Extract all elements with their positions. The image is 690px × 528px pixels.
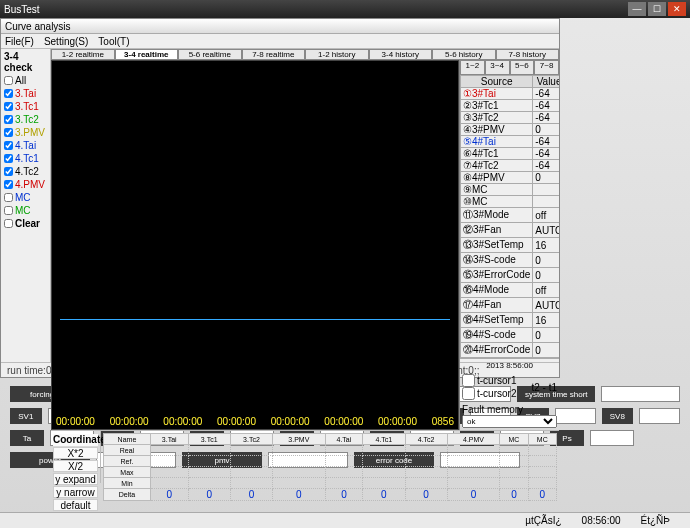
tab-7-8-history[interactable]: 7-8 history	[496, 49, 560, 59]
field-Ps[interactable]	[590, 430, 634, 446]
range-btn-3~4[interactable]: 3~4	[485, 60, 510, 75]
source-cell: ②3#Tc1	[461, 100, 533, 112]
coord-X-2[interactable]: X/2	[53, 460, 98, 472]
source-cell: 0	[533, 343, 559, 358]
check-3-Tai[interactable]: 3.Tai	[4, 88, 47, 99]
grid-cell	[405, 456, 447, 467]
source-cell: 0	[533, 253, 559, 268]
source-cell: 0	[533, 268, 559, 283]
menu-setting[interactable]: Setting(S)	[44, 36, 88, 47]
grid-cell: 0	[500, 489, 528, 501]
source-cell: ⑮3#ErrorCode	[461, 268, 533, 283]
source-cell: 0	[533, 124, 559, 136]
grid-cell: Ref.	[104, 456, 151, 467]
curve-analysis-dialog: Curve analysis File(F) Setting(S) Tool(T…	[0, 18, 560, 378]
source-cell: AUTO	[533, 298, 559, 313]
source-cell: -64	[533, 100, 559, 112]
grid-cell: 4.Tai	[325, 434, 363, 445]
field-system-time-short[interactable]	[601, 386, 680, 402]
grid-cell	[363, 456, 405, 467]
tab-1-2-history[interactable]: 1-2 history	[305, 49, 369, 59]
source-cell: ⑩MC	[461, 196, 533, 208]
coord-y-expand[interactable]: y expand	[53, 473, 98, 485]
grid-cell: Real	[104, 445, 151, 456]
chart-tick: 00:00:00	[271, 416, 310, 427]
check-3-Tc1[interactable]: 3.Tc1	[4, 101, 47, 112]
close-button[interactable]: ✕	[668, 2, 686, 16]
tab-3-4-realtime[interactable]: 3-4 realtime	[115, 49, 179, 59]
maximize-button[interactable]: ☐	[648, 2, 666, 16]
grid-cell	[447, 456, 499, 467]
grid-cell	[500, 467, 528, 478]
grid-cell	[363, 467, 405, 478]
source-cell: ⑦4#Tc2	[461, 160, 533, 172]
grid-cell	[447, 467, 499, 478]
grid-cell: Max	[104, 467, 151, 478]
btn-Ta[interactable]: Ta	[10, 430, 44, 446]
grid-cell	[188, 445, 230, 456]
check-3-Tc2[interactable]: 3.Tc2	[4, 114, 47, 125]
grid-cell	[273, 456, 325, 467]
grid-cell	[325, 478, 363, 489]
grid-cell: 4.Tc1	[363, 434, 405, 445]
source-cell: ④3#PMV	[461, 124, 533, 136]
grid-cell: MC	[500, 434, 528, 445]
tab-5-6-realtime[interactable]: 5-6 realtime	[178, 49, 242, 59]
grid-cell	[230, 456, 272, 467]
tab-7-8-realtime[interactable]: 7-8 realtime	[242, 49, 306, 59]
check-4-PMV[interactable]: 4.PMV	[4, 179, 47, 190]
source-cell: ⑯4#Mode	[461, 283, 533, 298]
grid-cell	[188, 478, 230, 489]
coord-default[interactable]: default	[53, 499, 98, 511]
check-4-Tai[interactable]: 4.Tai	[4, 140, 47, 151]
source-cell: off	[533, 283, 559, 298]
grid-cell: 3.PMV	[273, 434, 325, 445]
menu-tool[interactable]: Tool(T)	[98, 36, 129, 47]
check-4-Tc2[interactable]: 4.Tc2	[4, 166, 47, 177]
source-cell	[533, 184, 559, 196]
tab-3-4-history[interactable]: 3-4 history	[369, 49, 433, 59]
grid-cell	[188, 467, 230, 478]
fault-memory-select[interactable]: ok	[462, 415, 557, 428]
chart-area[interactable]: 00:00:0000:00:0000:00:0000:00:0000:00:00…	[51, 60, 459, 430]
range-btn-5~6[interactable]: 5~6	[510, 60, 535, 75]
grid-cell	[363, 445, 405, 456]
menu-file[interactable]: File(F)	[5, 36, 34, 47]
grid-cell: 0	[273, 489, 325, 501]
source-cell: ⑧4#PMV	[461, 172, 533, 184]
source-cell: 0	[533, 328, 559, 343]
tab-1-2-realtime[interactable]: 1-2 realtime	[51, 49, 115, 59]
grid-cell	[273, 467, 325, 478]
source-cell: ⑪3#Mode	[461, 208, 533, 223]
grid-cell: Min	[104, 478, 151, 489]
source-cell: 0	[533, 172, 559, 184]
grid-cell: 0	[363, 489, 405, 501]
tab-5-6-history[interactable]: 5-6 history	[432, 49, 496, 59]
source-cell: ⑨MC	[461, 184, 533, 196]
field-SV8[interactable]	[639, 408, 680, 424]
check-MC[interactable]: MC	[4, 205, 47, 216]
field-SV7[interactable]	[555, 408, 596, 424]
check-clear[interactable]: Clear	[4, 218, 47, 229]
btn-SV1[interactable]: SV1	[10, 408, 42, 424]
t-cursor1-check[interactable]: t-cursor1	[462, 374, 516, 387]
grid-cell: 0	[230, 489, 272, 501]
btn-SV8[interactable]: SV8	[602, 408, 634, 424]
grid-cell	[528, 456, 556, 467]
check-4-Tc1[interactable]: 4.Tc1	[4, 153, 47, 164]
range-btn-7~8[interactable]: 7~8	[534, 60, 559, 75]
grid-cell: 4.Tc2	[405, 434, 447, 445]
range-btn-1~2[interactable]: 1~2	[460, 60, 485, 75]
status-a: µtÇÃsI¿	[525, 515, 561, 526]
check-all[interactable]: All	[4, 75, 47, 86]
check-MC[interactable]: MC	[4, 192, 47, 203]
grid-cell	[325, 445, 363, 456]
grid-cell	[528, 467, 556, 478]
coord-X-2[interactable]: X*2	[53, 447, 98, 459]
source-cell: 16	[533, 238, 559, 253]
check-3-PMV[interactable]: 3.PMV	[4, 127, 47, 138]
coord-y-narrow[interactable]: y narrow	[53, 486, 98, 498]
minimize-button[interactable]: —	[628, 2, 646, 16]
chart-tick: 00:00:00	[324, 416, 363, 427]
t-cursor2-check[interactable]: t-cursor2	[462, 387, 516, 400]
